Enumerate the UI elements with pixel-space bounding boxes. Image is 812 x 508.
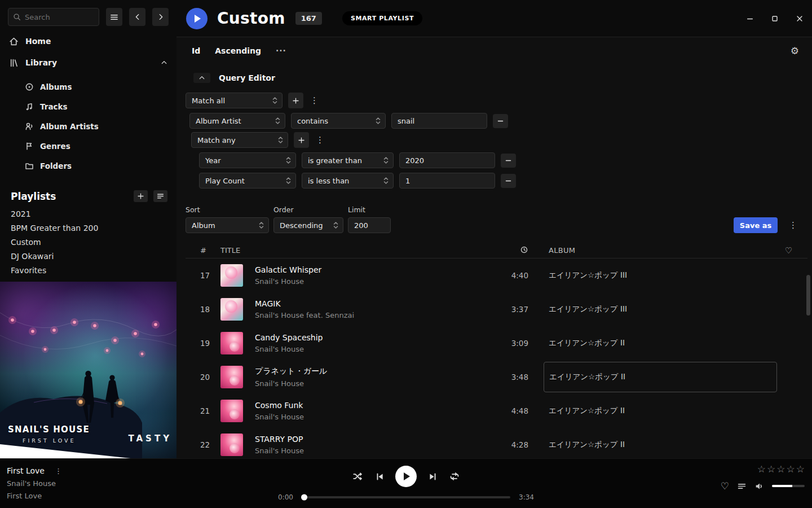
seek-knob[interactable]	[301, 494, 307, 501]
now-playing-menu-icon[interactable]: ⋮	[54, 467, 63, 475]
add-group-rule-button[interactable]	[294, 132, 309, 148]
volume-slider[interactable]	[772, 485, 805, 487]
minimize-button[interactable]	[744, 13, 756, 24]
sidebar-item-album-artists[interactable]: Album Artists	[0, 116, 176, 136]
group-rule-value-input[interactable]	[399, 173, 495, 189]
column-header-favorite[interactable]: ♡	[785, 246, 792, 256]
track-duration: 3:37	[511, 305, 533, 314]
track-artist: Snail's House	[255, 345, 323, 353]
group-match-select[interactable]: Match any	[191, 132, 288, 148]
seek-bar[interactable]	[302, 496, 510, 498]
group-menu-icon[interactable]: ⋮	[315, 135, 325, 145]
sidebar-item-library[interactable]: Library	[0, 52, 176, 73]
favorite-track-icon[interactable]: ♡	[721, 480, 729, 492]
play-pause-button[interactable]	[395, 466, 417, 487]
maximize-button[interactable]	[769, 13, 780, 24]
nav-forward-button[interactable]	[152, 8, 169, 26]
search-input[interactable]	[25, 13, 88, 21]
remove-rule-button[interactable]	[493, 114, 508, 128]
table-row[interactable]: 19 Candy Spaceship Snail's House 3:09 エイ…	[186, 326, 807, 360]
more-options-icon[interactable]: ···	[276, 46, 286, 55]
next-button[interactable]	[426, 470, 439, 483]
playlist-list-button[interactable]	[153, 190, 167, 202]
playlist-item-dj-okawari[interactable]: DJ Okawari	[0, 249, 176, 263]
nav-back-button[interactable]	[129, 8, 145, 26]
track-album-focused-cell[interactable]: エイリアン☆ポップ II	[544, 362, 777, 392]
track-count-badge: 167	[295, 12, 322, 25]
playlist-item-bpm[interactable]: BPM Greater than 200	[0, 221, 176, 235]
now-playing-album[interactable]: First Love	[7, 492, 63, 500]
group-rule-operator-select[interactable]: is less than	[302, 173, 394, 189]
volume-icon[interactable]	[754, 481, 764, 491]
sidebar-item-tracks[interactable]: Tracks	[0, 97, 176, 116]
playlist-item-favorites[interactable]: Favorites	[0, 263, 176, 277]
playlist-item-2021[interactable]: 2021	[0, 207, 176, 221]
group-rule-field-select[interactable]: Play Count	[199, 173, 296, 189]
rule-value-input[interactable]	[391, 113, 487, 129]
add-rule-button[interactable]	[288, 93, 303, 108]
playlist-play-button[interactable]	[186, 8, 208, 29]
table-row[interactable]: 17 Galactic Whisper Snail's House 4:40 エ…	[186, 259, 807, 292]
rule-operator-value: contains	[297, 117, 328, 125]
add-playlist-button[interactable]	[134, 190, 148, 202]
sort-field-button[interactable]: Id	[192, 46, 200, 55]
column-header-title[interactable]: TITLE	[220, 246, 481, 255]
track-table: # TITLE ALBUM ♡ 17 Galactic Whisper Snai…	[186, 243, 807, 458]
rating-stars[interactable]: ☆ ☆ ☆ ☆ ☆	[757, 463, 805, 475]
query-order-select[interactable]: Descending	[273, 217, 343, 233]
table-row[interactable]: 21 Cosmo Funk Snail's House 4:48 エイリアン☆ポ…	[186, 394, 807, 428]
playlists-header: Playlists	[11, 190, 167, 202]
star-icon[interactable]: ☆	[757, 463, 766, 475]
star-icon[interactable]: ☆	[776, 463, 785, 475]
query-sort-select[interactable]: Album	[186, 217, 269, 233]
scrollbar-thumb[interactable]	[806, 275, 810, 316]
star-icon[interactable]: ☆	[787, 463, 795, 475]
table-row[interactable]: 22 STARRY POP Snail's House 4:28 エイリアン☆ポ…	[186, 428, 807, 458]
queue-icon[interactable]	[737, 481, 747, 491]
sort-direction-button[interactable]: Ascending	[215, 46, 261, 55]
remove-group-rule-button[interactable]	[501, 174, 516, 188]
group-rule-field-select[interactable]: Year	[199, 152, 296, 168]
star-icon[interactable]: ☆	[767, 463, 775, 475]
now-playing-cover-art[interactable]: SNAIL'S HOUSE FIRST LOVE TASTY	[0, 282, 176, 458]
star-icon[interactable]: ☆	[796, 463, 805, 475]
table-row[interactable]: 18 MAGIK Snail's House feat. Sennzai 3:3…	[186, 292, 807, 326]
album-art-thumbnail	[220, 400, 243, 422]
previous-button[interactable]	[373, 470, 386, 483]
rule-operator-select[interactable]: contains	[291, 113, 386, 129]
remove-group-rule-button[interactable]	[501, 154, 516, 168]
root-group-menu-icon[interactable]: ⋮	[309, 95, 320, 106]
sidebar-item-albums[interactable]: Albums	[0, 77, 176, 97]
library-sub-list: Albums Tracks Album Artists	[0, 77, 176, 176]
group-rule-operator-select[interactable]: is greater than	[302, 152, 394, 168]
query-sort-row: Sort Album Order Descending Limit	[186, 205, 798, 233]
settings-gear-icon[interactable]: ⚙	[791, 45, 799, 56]
column-header-number[interactable]: #	[186, 246, 220, 255]
now-playing-artist[interactable]: Snail's House	[7, 479, 63, 488]
query-editor-collapse-button[interactable]	[193, 73, 210, 83]
column-header-duration[interactable]	[520, 246, 533, 256]
root-match-select[interactable]: Match all	[186, 93, 283, 108]
query-menu-icon[interactable]: ⋮	[788, 220, 798, 230]
search-box[interactable]	[8, 8, 99, 26]
group-rule-value-input[interactable]	[399, 152, 495, 168]
library-collapse-chevron-icon[interactable]	[161, 59, 167, 66]
now-playing-title[interactable]: First Love	[7, 466, 45, 475]
menu-button[interactable]	[106, 8, 122, 26]
table-row[interactable]: 20 プラネット・ガール Snail's House 3:48 エイリアン☆ポッ…	[186, 360, 807, 394]
sidebar-item-folders[interactable]: Folders	[0, 156, 176, 176]
sort-label: Sort	[186, 205, 269, 214]
app-window: Home Library Albums	[0, 0, 812, 458]
sidebar-item-home[interactable]: Home	[0, 30, 176, 52]
repeat-button[interactable]	[448, 470, 461, 483]
limit-input[interactable]	[348, 217, 391, 233]
playlist-item-custom[interactable]: Custom	[0, 235, 176, 249]
sidebar-item-genres[interactable]: Genres	[0, 136, 176, 156]
shuffle-button[interactable]	[351, 470, 364, 483]
cover-brand-logo: TASTY	[128, 433, 172, 444]
close-button[interactable]	[794, 13, 805, 24]
select-spinner-icon	[333, 221, 338, 229]
save-as-button[interactable]: Save as	[734, 217, 778, 233]
rule-field-select[interactable]: Album Artist	[189, 113, 285, 129]
column-header-album[interactable]: ALBUM	[533, 246, 770, 255]
